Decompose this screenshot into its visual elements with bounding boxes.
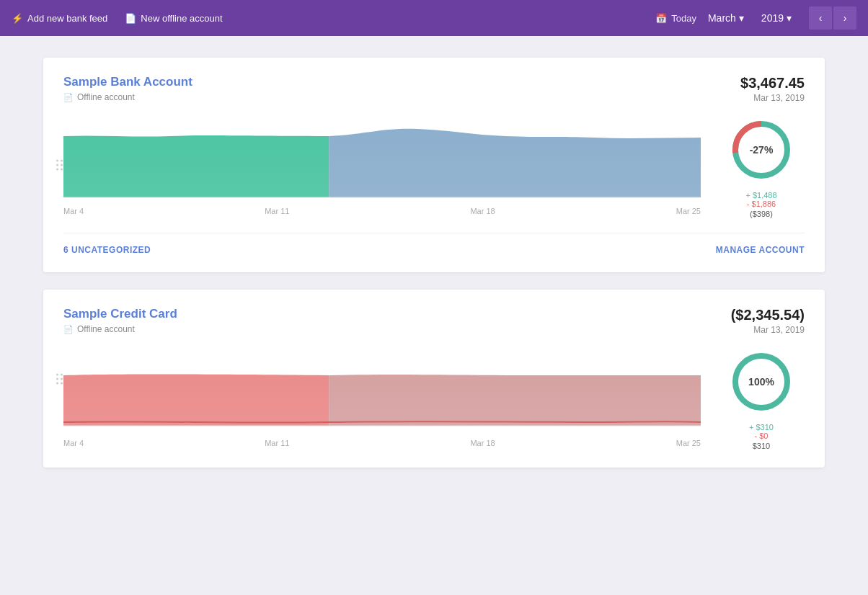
credit-card-chart: Mar 4 Mar 11 Mar 18 Mar 25 [63,346,701,447]
today-button[interactable]: 📅 Today [655,13,696,24]
cc-chart-label-mar25: Mar 25 [676,439,701,447]
bank-account-wrapper: Sample Bank Account 📄 Offline account $3… [43,58,825,272]
calendar-icon: 📅 [655,13,667,24]
add-bank-feed-label: Add new bank feed [27,13,107,24]
bank-account-info: Sample Bank Account 📄 Offline account [63,75,192,102]
new-offline-account-button[interactable]: 📄 New offline account [125,13,222,24]
credit-card-name[interactable]: Sample Credit Card [63,307,177,321]
bank-expense: - $1,886 [747,200,776,208]
cc-stats-numbers: + $310 - $0 $310 [749,423,774,450]
drag-handle-cc[interactable] [56,373,63,375]
credit-card-info: Sample Credit Card 📄 Offline account [63,307,177,334]
bank-uncategorized-link[interactable]: 6 UNCATEGORIZED [63,245,151,255]
credit-card-type: 📄 Offline account [63,324,177,334]
cc-chart-labels: Mar 4 Mar 11 Mar 18 Mar 25 [63,436,701,447]
credit-card-chart-area: Mar 4 Mar 11 Mar 18 Mar 25 [63,346,701,447]
bank-account-name[interactable]: Sample Bank Account [63,75,192,89]
next-button[interactable]: › [833,6,856,30]
month-label: March [708,12,736,24]
bank-account-chart: Mar 4 Mar 11 Mar 18 Mar 25 [63,115,701,215]
bank-account-chart-area: Mar 4 Mar 11 Mar 18 Mar 25 [63,115,701,215]
bank-net: ($398) [745,210,776,218]
prev-icon: ‹ [819,12,823,24]
main-content: Sample Bank Account 📄 Offline account $3… [0,36,868,506]
today-label: Today [671,13,696,24]
new-offline-label: New offline account [141,13,222,24]
cc-net: $310 [749,442,774,450]
bank-chart-labels: Mar 4 Mar 11 Mar 18 Mar 25 [63,204,701,215]
cc-chart-label-mar4: Mar 4 [63,439,84,447]
cc-income: + $310 [749,423,774,431]
year-label: 2019 [761,12,784,24]
lightning-icon: ⚡ [12,13,23,24]
bank-account-body: Mar 4 Mar 11 Mar 18 Mar 25 [63,115,805,218]
year-dropdown[interactable]: 2019 ▾ [756,9,797,27]
cc-chart-label-mar11: Mar 11 [265,439,289,447]
offline-icon-cc: 📄 [63,325,74,334]
credit-card-header: Sample Credit Card 📄 Offline account ($2… [63,307,805,335]
bank-account-type: 📄 Offline account [63,92,192,102]
cc-expense: - $0 [755,431,769,440]
credit-card-stats: 100% + $310 - $0 $310 [718,346,805,450]
bank-stats-numbers: + $1,488 - $1,886 ($398) [745,191,776,218]
credit-card-balance-area: ($2,345.54) Mar 13, 2019 [731,307,805,335]
bank-account-stats: -27% + $1,488 - $1,886 ($398) [718,115,805,218]
credit-card-body: Mar 4 Mar 11 Mar 18 Mar 25 100% [63,346,805,450]
offline-icon: 📄 [63,93,74,102]
topbar-left: ⚡ Add new bank feed 📄 New offline accoun… [12,13,655,24]
bank-account-date: Mar 13, 2019 [740,93,805,103]
bank-account-type-label: Offline account [77,92,135,102]
bank-donut-chart: -27% [729,117,794,182]
bank-manage-link[interactable]: MANAGE ACCOUNT [716,245,805,255]
bank-account-balance-area: $3,467.45 Mar 13, 2019 [740,75,805,103]
cc-chart-label-mar18: Mar 18 [470,439,495,447]
bank-chart-label-mar4: Mar 4 [63,207,84,215]
nav-buttons: ‹ › [809,6,856,30]
credit-card-type-label: Offline account [77,324,135,334]
cc-donut-chart: 100% [729,349,794,414]
cc-chart-svg [63,346,701,433]
bank-chart-label-mar11: Mar 11 [265,207,289,215]
topbar-right: 📅 Today March ▾ 2019 ▾ ‹ › [655,6,856,30]
credit-card-date: Mar 13, 2019 [731,325,805,335]
bank-chart-label-mar25: Mar 25 [676,207,701,215]
bank-account-balance: $3,467.45 [740,75,805,91]
chevron-down-icon: ▾ [787,12,792,24]
bank-account-header: Sample Bank Account 📄 Offline account $3… [63,75,805,103]
credit-card-card: Sample Credit Card 📄 Offline account ($2… [43,290,825,468]
bank-account-footer: 6 UNCATEGORIZED MANAGE ACCOUNT [63,233,805,255]
credit-card-wrapper: Sample Credit Card 📄 Offline account ($2… [43,290,825,468]
add-bank-feed-button[interactable]: ⚡ Add new bank feed [12,13,107,24]
month-dropdown[interactable]: March ▾ [702,9,750,27]
bank-chart-svg [63,115,701,201]
bank-account-card: Sample Bank Account 📄 Offline account $3… [43,58,825,272]
credit-card-balance: ($2,345.54) [731,307,805,323]
drag-handle[interactable] [56,160,63,162]
chevron-down-icon: ▾ [739,12,744,24]
bank-donut-label: -27% [750,144,774,156]
bank-income: + $1,488 [745,191,776,200]
file-icon: 📄 [125,13,136,24]
cc-donut-label: 100% [748,376,774,388]
topbar: ⚡ Add new bank feed 📄 New offline accoun… [0,0,868,36]
bank-chart-label-mar18: Mar 18 [470,207,495,215]
next-icon: › [843,12,847,24]
prev-button[interactable]: ‹ [809,6,832,30]
